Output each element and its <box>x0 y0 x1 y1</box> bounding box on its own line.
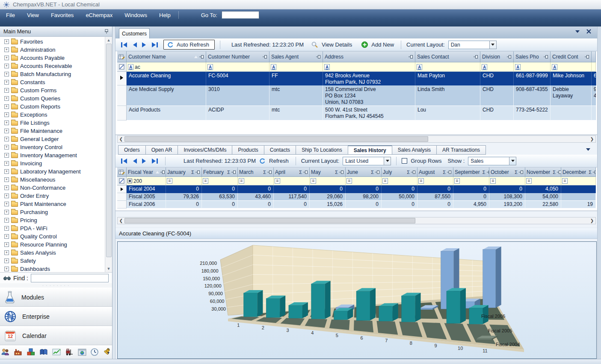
sum-icon[interactable]: Σ <box>483 170 486 175</box>
scroll-left-icon[interactable]: ❮ <box>118 218 124 223</box>
tree-item[interactable]: Safety <box>0 257 105 265</box>
match-case-icon[interactable]: A <box>207 64 213 70</box>
column-header-sales-agent[interactable]: Sales Agent <box>269 51 323 62</box>
filter-month[interactable]: = <box>310 177 346 185</box>
cell-credit[interactable]: Debbie Layaway <box>551 85 592 106</box>
pin-icon[interactable] <box>263 55 267 59</box>
equals-filter-icon[interactable]: = <box>311 178 316 184</box>
pin-icon[interactable] <box>195 170 200 174</box>
forklift-icon[interactable] <box>65 348 74 356</box>
sum-icon[interactable]: Σ <box>407 170 410 175</box>
cell-credit[interactable] <box>551 106 592 120</box>
filter-credit-contact[interactable]: A <box>551 62 592 72</box>
cell-phone[interactable]: 773-254-5222 <box>514 106 551 120</box>
tree-item[interactable]: Order Entry <box>0 192 105 200</box>
menu-item[interactable]: View <box>21 10 45 20</box>
equals-filter-icon[interactable]: = <box>167 178 172 184</box>
factory-icon[interactable] <box>14 348 22 356</box>
filter-edit-icon[interactable] <box>117 62 127 72</box>
find-input[interactable] <box>31 274 109 282</box>
match-case-icon[interactable]: A <box>515 64 521 70</box>
cell-month-value[interactable]: 108,300 <box>489 193 525 201</box>
customer-grid-hscrollbar[interactable]: ❮ ❯ <box>117 135 596 143</box>
auto-refresh-button[interactable]: Auto Refresh <box>163 40 215 50</box>
last-record-icon[interactable] <box>151 158 158 164</box>
tree-item[interactable]: Batch Manufacturing <box>0 70 105 78</box>
cell-month-value[interactable]: 0 <box>274 185 310 193</box>
equals-filter-icon[interactable]: = <box>526 178 532 184</box>
tree-item[interactable]: File Maintenance <box>0 127 105 135</box>
column-header-month[interactable]: January Σ <box>166 167 202 177</box>
scroll-left-icon[interactable]: ❮ <box>118 137 124 141</box>
match-case-icon[interactable]: A <box>324 64 330 70</box>
cell-month-value[interactable]: 0 <box>382 201 417 208</box>
match-case-icon[interactable]: A <box>417 64 422 70</box>
equals-filter-icon[interactable]: = <box>454 178 460 184</box>
pin-icon[interactable] <box>585 55 589 59</box>
expand-icon[interactable] <box>4 145 9 150</box>
cell-month-value[interactable]: 0 <box>202 185 238 193</box>
dropdown-button[interactable] <box>384 157 391 165</box>
pin-icon[interactable] <box>375 170 380 174</box>
cell-month-value[interactable]: 4,950 <box>453 201 489 208</box>
column-header-sales-phone[interactable]: Sales Pho <box>514 51 551 62</box>
tree-item[interactable]: Invoicing <box>0 159 105 167</box>
detail-tab[interactable]: Products <box>232 145 263 155</box>
cell-division[interactable]: CHD <box>480 72 514 85</box>
scroll-down-icon[interactable]: ▼ <box>106 266 111 271</box>
filter-customer-number[interactable]: A <box>206 62 269 72</box>
column-header-month[interactable]: December Σ <box>561 167 596 177</box>
tree-item[interactable]: Inventory Management <box>0 151 105 159</box>
previous-record-icon[interactable] <box>132 42 137 48</box>
tree-item[interactable]: PDA - WiFi <box>0 224 105 232</box>
column-header-address[interactable]: Address <box>323 51 415 62</box>
cell-contact[interactable]: Lou <box>415 106 480 120</box>
column-header-month[interactable]: October Σ <box>489 167 525 177</box>
view-details-icon[interactable] <box>311 41 318 48</box>
cell-month-value[interactable]: 0 <box>382 185 417 193</box>
pin-icon[interactable] <box>231 170 236 174</box>
tree-item[interactable]: Pricing <box>0 216 105 224</box>
cell-month-value[interactable]: 0 <box>489 185 525 193</box>
sum-icon[interactable]: Σ <box>515 170 518 175</box>
expand-icon[interactable] <box>4 169 9 174</box>
cell-month-value[interactable]: 87,550 <box>417 193 453 201</box>
filter-month[interactable]: = <box>561 177 596 185</box>
match-case-icon[interactable]: A <box>128 64 133 70</box>
filter-sales-phone[interactable]: A <box>514 62 551 72</box>
column-header-month[interactable]: July Σ <box>382 167 417 177</box>
grid-customize-icon[interactable] <box>117 51 127 62</box>
pin-icon[interactable] <box>303 170 308 174</box>
match-case-icon[interactable]: A <box>271 64 276 70</box>
book-icon[interactable] <box>39 349 48 355</box>
equals-filter-icon[interactable]: = <box>562 178 568 184</box>
add-new-label[interactable]: Add New <box>371 41 394 48</box>
cell-month-value[interactable]: 0 <box>238 185 274 193</box>
cell-phone[interactable]: 908-687-4355 <box>514 85 551 106</box>
scroll-up-icon[interactable]: ▲ <box>106 38 111 43</box>
layout-combo[interactable]: Dan <box>448 41 497 49</box>
first-record-icon[interactable] <box>121 158 128 164</box>
filter-sales-contact[interactable]: A <box>415 62 480 72</box>
tree-item[interactable]: Miscellaneous <box>0 176 105 184</box>
sum-icon[interactable]: Σ <box>263 170 266 175</box>
pin-icon[interactable] <box>544 55 548 59</box>
users-icon[interactable] <box>1 348 9 356</box>
filter-division[interactable]: A <box>480 62 514 72</box>
cell-fiscal-year[interactable]: Fiscal 2004 <box>127 185 166 193</box>
cell-month-value[interactable]: 0 <box>417 185 453 193</box>
filter-box-icon[interactable] <box>127 179 132 183</box>
cell-month-value[interactable]: 0 <box>166 185 202 193</box>
next-record-icon[interactable] <box>142 42 147 48</box>
sum-icon[interactable]: Σ <box>227 170 230 175</box>
tree-item[interactable]: Laboratory Management <box>0 167 105 176</box>
equals-filter-icon[interactable]: = <box>418 178 424 184</box>
tree-item[interactable]: Quality Control <box>0 232 105 241</box>
first-record-icon[interactable] <box>121 42 128 48</box>
cell-address[interactable]: 500 W. 41st Street Florham Park, NJ 4545… <box>323 106 415 120</box>
cell-contact[interactable]: Linda Smith <box>415 85 480 106</box>
expand-icon[interactable] <box>4 96 9 101</box>
cell-agent[interactable]: mtc <box>269 85 323 106</box>
cell-address[interactable]: 158 Commercial Drive PO Box 1234 Union, … <box>323 85 415 106</box>
cell-credit[interactable]: Mike Johnson <box>551 72 592 85</box>
